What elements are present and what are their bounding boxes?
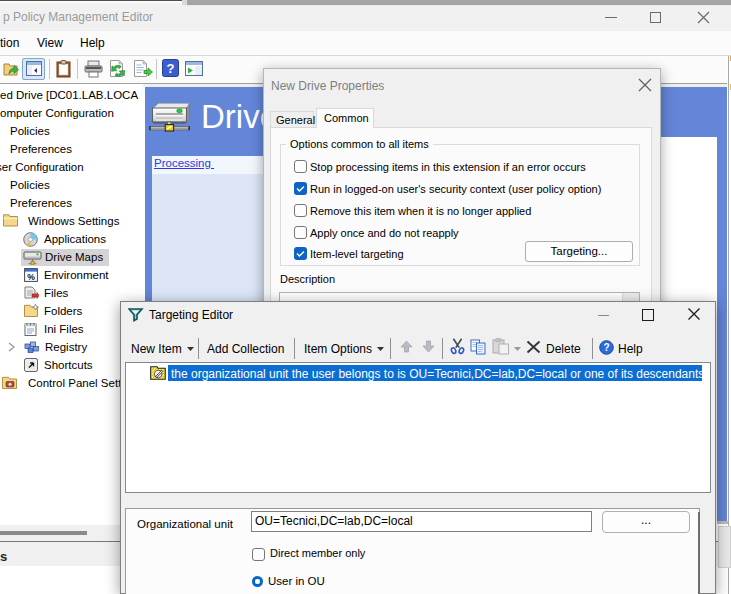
svg-text:?: ? xyxy=(167,61,175,76)
svg-text:%: % xyxy=(27,272,35,282)
svg-text:?: ? xyxy=(603,342,609,353)
